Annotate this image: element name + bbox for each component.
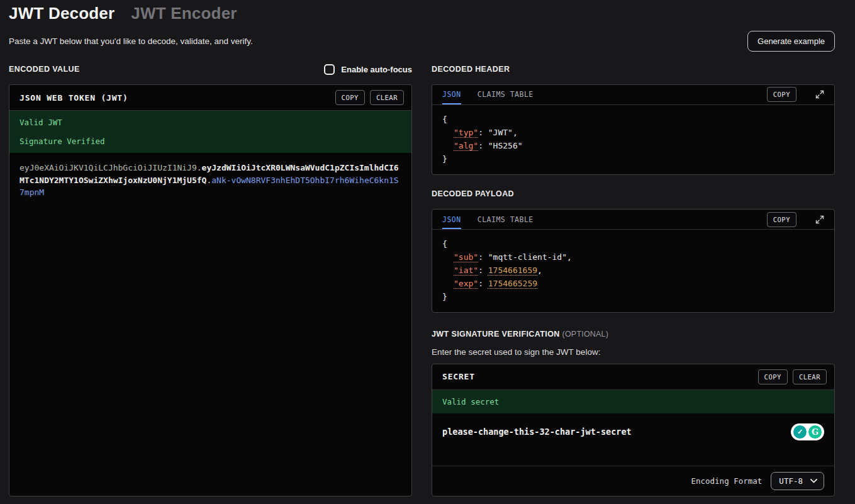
token-dot-1: . [197,163,202,172]
token-panel-title: JSON WEB TOKEN (JWT) [20,93,128,103]
decoded-header-panel: JSON CLAIMS TABLE COPY { "typ": "JWT", "… [432,84,835,176]
payload-copy-button[interactable]: COPY [767,212,796,227]
json-sep: : [478,279,488,288]
decoded-payload-label: DECODED PAYLOAD [432,189,514,198]
token-valid-status: Valid JWT [20,118,401,127]
secret-input[interactable]: please-change-this-32-char-jwt-secret ✓ … [432,413,834,451]
json-row-sub: "sub": "mqtt-client-id", [442,250,824,264]
encoding-format-value: UTF-8 [779,476,803,486]
autofocus-label: Enable auto-focus [341,65,412,74]
header-tab-claims-table[interactable]: CLAIMS TABLE [478,85,534,105]
jwt-token-input[interactable]: eyJ0eXAiOiJKV1QiLCJhbGciOiJIUzI1NiJ9.eyJ… [9,153,411,496]
browser-extension-pill: ✓ G [791,423,824,440]
autofocus-checkbox[interactable] [324,64,335,75]
json-key-sub[interactable]: "sub" [454,252,478,262]
json-row-alg: "alg": "HS256" [442,139,824,152]
json-comma: , [513,128,518,137]
json-row-typ: "typ": "JWT", [442,126,824,139]
json-sep: : [478,128,488,137]
generate-example-button[interactable]: Generate example [747,31,835,52]
secret-copy-button[interactable]: COPY [758,369,788,384]
header-tab-json[interactable]: JSON [442,85,461,105]
json-value-iat[interactable]: 1754661659 [488,266,537,275]
secret-status-banner: Valid secret [432,390,834,413]
json-row-iat: "iat": 1754661659, [442,264,824,277]
extension-check-icon[interactable]: ✓ [793,425,807,439]
encoding-format-select[interactable]: UTF-8 [771,472,824,490]
json-comma: , [537,266,542,275]
signature-verified-status: Signature Verified [20,137,401,146]
encoded-value-label: ENCODED VALUE [9,65,80,74]
decoded-column: DECODED HEADER JSON CLAIMS TABLE COPY [432,63,835,496]
json-key-typ[interactable]: "typ" [454,128,478,137]
secret-valid-status: Valid secret [442,397,824,406]
json-sep: : [478,252,488,262]
json-open-brace: { [442,113,824,126]
decoded-payload-json: { "sub": "mqtt-client-id", "iat": 175466… [432,230,834,312]
grammarly-icon[interactable]: G [808,425,822,439]
tab-jwt-encoder[interactable]: JWT Encoder [131,4,237,23]
json-close-brace: } [442,290,824,303]
secret-panel-title: SECRET [442,372,475,381]
app-title-tabs: JWT Decoder JWT Encoder [9,4,835,23]
json-row-exp: "exp": 1754665259 [442,277,824,290]
encoded-column: ENCODED VALUE Enable auto-focus JSON WEB… [9,63,412,496]
secret-instruction: Enter the secret used to sign the JWT be… [432,347,835,357]
token-copy-button[interactable]: COPY [335,90,365,105]
header-copy-button[interactable]: COPY [767,87,796,102]
encoding-format-row: Encoding Format UTF-8 [432,466,834,496]
header-expand-icon[interactable] [813,87,827,101]
json-value-typ: "JWT" [488,128,513,137]
json-close-brace: } [442,152,824,165]
json-sep: : [478,266,488,275]
secret-panel: SECRET COPY CLEAR Valid secret please-ch… [432,364,835,496]
token-clear-button[interactable]: CLEAR [370,90,404,105]
intro-row: Paste a JWT below that you'd like to dec… [9,31,835,52]
json-key-alg[interactable]: "alg" [454,141,478,150]
page-subtitle: Paste a JWT below that you'd like to dec… [9,36,253,46]
secret-value-text: please-change-this-32-char-jwt-secret [442,427,632,437]
decoded-header-json: { "typ": "JWT", "alg": "HS256" } [432,105,834,174]
json-key-iat[interactable]: "iat" [454,266,478,275]
jwt-decoder-page: JWT Decoder JWT Encoder Paste a JWT belo… [0,0,855,504]
json-key-exp[interactable]: "exp" [454,279,478,288]
json-value-exp[interactable]: 1754665259 [488,279,537,288]
jwt-token-panel: JSON WEB TOKEN (JWT) COPY CLEAR Valid JW… [9,84,412,496]
payload-tab-json[interactable]: JSON [442,210,461,229]
encoding-format-label: Encoding Format [691,476,762,486]
decoded-header-label: DECODED HEADER [432,65,510,74]
decoded-payload-panel: JSON CLAIMS TABLE COPY { "sub": "mqtt-cl… [432,209,835,313]
autofocus-toggle[interactable]: Enable auto-focus [324,64,412,75]
json-open-brace: { [442,237,824,250]
json-value-alg: "HS256" [488,141,523,150]
chevron-down-icon [810,479,817,483]
secret-clear-button[interactable]: CLEAR [793,369,827,384]
token-status-banner: Valid JWT Signature Verified [9,111,411,153]
token-header-segment: eyJ0eXAiOiJKV1QiLCJhbGciOiJIUzI1NiJ9 [20,163,197,172]
json-sep: : [478,141,488,150]
json-value-sub: "mqtt-client-id" [488,252,567,262]
optional-label: (OPTIONAL) [562,330,609,339]
payload-tab-claims-table[interactable]: CLAIMS TABLE [478,210,534,229]
payload-expand-icon[interactable] [813,213,827,227]
json-comma: , [567,252,572,262]
signature-verification-label: JWT SIGNATURE VERIFICATION (OPTIONAL) [432,330,608,339]
tab-jwt-decoder[interactable]: JWT Decoder [9,4,115,23]
